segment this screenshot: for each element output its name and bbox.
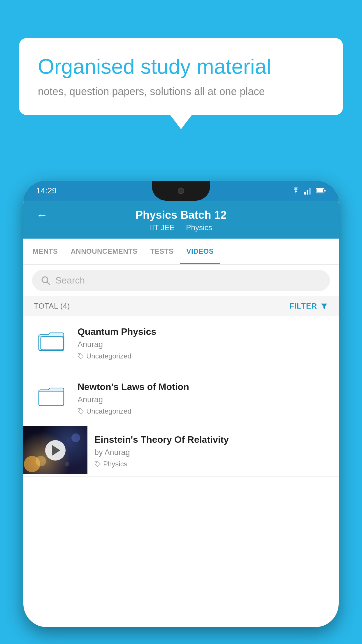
tab-videos[interactable]: VIDEOS — [180, 239, 220, 264]
list-item[interactable]: Einstein's Theory Of Relativity by Anura… — [23, 426, 339, 477]
header-title: Physics Batch 12 — [136, 209, 227, 221]
video-tag: Uncategorized — [78, 352, 328, 360]
folder-icon — [38, 327, 64, 355]
video-author: Anurag — [78, 395, 328, 404]
svg-point-17 — [71, 433, 80, 442]
search-icon — [41, 276, 51, 286]
phone-screen: ← Physics Batch 12 IIT JEE Physics MENTS… — [23, 201, 339, 627]
play-triangle-icon — [52, 445, 60, 456]
svg-point-11 — [79, 354, 80, 355]
tag-label: Uncategorized — [86, 352, 131, 360]
filter-button[interactable]: FILTER — [289, 302, 328, 311]
tag-icon — [78, 353, 84, 359]
video-info: Einstein's Theory Of Relativity by Anura… — [87, 426, 339, 476]
tag-icon — [94, 461, 101, 467]
header-subtitle: IIT JEE Physics — [147, 223, 215, 232]
video-thumbnail — [23, 426, 87, 474]
phone-mockup: 14:29 — [23, 181, 339, 644]
speech-bubble: Organised study material notes, question… — [19, 38, 343, 115]
video-author: Anurag — [78, 340, 328, 349]
tag-label: Uncategorized — [86, 407, 131, 415]
filter-label: FILTER — [289, 302, 317, 311]
play-button[interactable] — [45, 440, 66, 461]
tag-icon — [78, 408, 84, 414]
search-bar-wrapper: Search — [23, 265, 339, 296]
header-subtitle-part1: IIT JEE — [150, 223, 175, 232]
header-subtitle-part2: Physics — [186, 223, 212, 232]
tabs-bar: MENTS ANNOUNCEMENTS TESTS VIDEOS — [23, 239, 339, 265]
video-tag: Physics — [94, 460, 332, 468]
video-info: Quantum Physics Anurag Uncategorized — [78, 326, 328, 360]
battery-icon — [316, 188, 326, 194]
svg-line-7 — [47, 282, 50, 284]
tab-ments[interactable]: MENTS — [26, 239, 64, 264]
svg-point-6 — [42, 277, 48, 283]
back-button[interactable]: ← — [36, 209, 48, 222]
svg-rect-13 — [39, 390, 64, 406]
video-title: Newton's Laws of Motion — [78, 382, 328, 392]
svg-rect-5 — [324, 190, 326, 192]
wifi-icon — [291, 187, 301, 195]
svg-point-14 — [79, 410, 80, 410]
phone-body: 14:29 — [23, 181, 339, 627]
svg-point-19 — [65, 462, 69, 466]
video-tag: Uncategorized — [78, 407, 328, 415]
total-count: TOTAL (4) — [34, 302, 70, 311]
search-input[interactable]: Search — [32, 270, 330, 291]
video-author: by Anurag — [94, 448, 332, 457]
search-placeholder: Search — [55, 275, 85, 286]
folder-thumbnail — [34, 326, 69, 356]
bubble-title: Organised study material — [38, 54, 324, 79]
phone-notch — [152, 181, 210, 201]
folder-thumbnail — [34, 382, 69, 411]
tab-tests[interactable]: TESTS — [144, 239, 180, 264]
svg-rect-10 — [41, 337, 63, 350]
list-item[interactable]: Quantum Physics Anurag Uncategorized — [23, 316, 339, 371]
app-header: ← Physics Batch 12 IIT JEE Physics — [23, 201, 339, 239]
svg-rect-0 — [304, 192, 306, 195]
svg-point-16 — [36, 456, 46, 466]
speech-bubble-section: Organised study material notes, question… — [19, 38, 343, 115]
video-title: Quantum Physics — [78, 326, 328, 337]
signal-icon — [304, 187, 312, 195]
camera — [178, 188, 184, 194]
status-icons — [291, 187, 326, 195]
svg-rect-2 — [309, 188, 311, 195]
status-time: 14:29 — [36, 186, 57, 195]
list-item[interactable]: Newton's Laws of Motion Anurag Uncategor… — [23, 371, 339, 426]
filter-bar: TOTAL (4) FILTER — [23, 296, 339, 316]
svg-rect-1 — [307, 190, 308, 195]
folder-icon — [38, 382, 64, 410]
video-title: Einstein's Theory Of Relativity — [94, 434, 332, 445]
tab-announcements[interactable]: ANNOUNCEMENTS — [64, 239, 144, 264]
bubble-subtitle: notes, question papers, solutions all at… — [38, 85, 324, 98]
filter-icon — [320, 302, 328, 310]
video-info: Newton's Laws of Motion Anurag Uncategor… — [78, 382, 328, 415]
video-list: Quantum Physics Anurag Uncategorized — [23, 316, 339, 477]
svg-rect-4 — [317, 189, 323, 192]
svg-point-20 — [96, 462, 97, 463]
tag-label: Physics — [103, 460, 127, 468]
